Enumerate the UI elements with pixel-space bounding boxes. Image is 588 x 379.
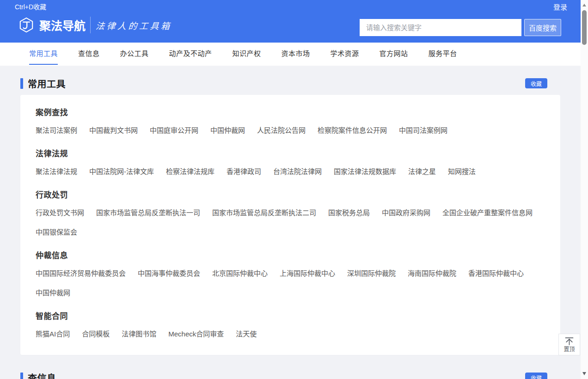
site-link[interactable]: 国家税务总局	[328, 209, 370, 217]
favorite-button[interactable]: 收藏	[525, 78, 547, 88]
site-link[interactable]: 中国裁判文书网	[89, 126, 138, 134]
brand: 聚法导航 法律人的工具箱	[18, 17, 172, 33]
group-links: 熊猫AI合同合同模板法律图书馆Mecheck合同审查法天使	[36, 330, 545, 337]
nav-item-2[interactable]: 查信息	[78, 43, 100, 66]
site-link[interactable]: 中国庭审公开网	[150, 126, 198, 134]
site-link[interactable]: 上海国际仲裁中心	[280, 269, 335, 277]
site-header: 聚法导航 法律人的工具箱 百度搜索	[0, 13, 581, 43]
group-title: 行政处罚	[36, 191, 545, 199]
site-link[interactable]: 知网搜法	[448, 168, 476, 175]
section-accent-bar	[20, 78, 23, 89]
site-link[interactable]: 中国仲裁网	[36, 289, 70, 297]
back-to-top-icon	[565, 337, 574, 345]
link-item: Mecheck合同审查	[168, 330, 224, 337]
link-item: 中国裁判文书网	[89, 127, 138, 134]
back-to-top-button[interactable]: 置顶	[558, 334, 580, 355]
nav-item-6[interactable]: 资本市场	[282, 43, 310, 66]
nav-item-1[interactable]: 常用工具	[29, 43, 58, 66]
link-item: 检察院案件信息公开网	[318, 127, 387, 134]
search-input[interactable]	[360, 19, 521, 36]
link-item: 深圳国际仲裁院	[347, 270, 396, 277]
nav-item-7[interactable]: 学术资源	[331, 43, 359, 66]
link-item: 上海国际仲裁中心	[280, 270, 335, 277]
site-link[interactable]: 法天使	[236, 330, 257, 338]
site-link[interactable]: 深圳国际仲裁院	[347, 269, 396, 277]
primary-nav: 常用工具查信息办公工具动产及不动产知识产权资本市场学术资源官方网站服务平台	[0, 43, 581, 66]
link-item: 中国海事仲裁委员会	[138, 270, 200, 277]
link-item: 聚法法律法规	[36, 168, 77, 175]
site-link[interactable]: 台湾法院法律网	[273, 168, 322, 175]
site-link[interactable]: 国家法律法规数据库	[334, 168, 396, 175]
link-item: 国家税务总局	[328, 209, 370, 216]
site-link[interactable]: 中国法院网-法律文库	[89, 168, 154, 175]
link-item: 中国政府采购网	[382, 209, 430, 216]
link-item: 熊猫AI合同	[36, 330, 70, 337]
site-link[interactable]: 中国国际经济贸易仲裁委员会	[36, 269, 126, 277]
sections-container: 常用工具收藏案例查找聚法司法案例中国裁判文书网中国庭审公开网中国仲裁网人民法院公…	[20, 77, 560, 379]
nav-item-4[interactable]: 动产及不动产	[169, 43, 212, 66]
bookmark-hint: Ctrl+D收藏	[15, 2, 46, 11]
baidu-search-button[interactable]: 百度搜索	[524, 19, 561, 36]
site-link[interactable]: 检察法律法规库	[166, 168, 214, 175]
scrollbar[interactable]	[581, 0, 588, 379]
back-to-top-label: 置顶	[564, 347, 575, 352]
site-link[interactable]: 中国银保监会	[36, 228, 77, 236]
link-group: 案例查找聚法司法案例中国裁判文书网中国庭审公开网中国仲裁网人民法院公告网检察院案…	[36, 109, 545, 134]
link-item: 检察法律法规库	[166, 168, 214, 175]
section-accent-bar	[20, 373, 23, 379]
nav-item-8[interactable]: 官方网站	[380, 43, 408, 66]
site-link[interactable]: 聚法司法案例	[36, 126, 77, 134]
brand-name: 聚法导航	[39, 17, 86, 33]
site-link[interactable]: 北京国际仲裁中心	[212, 269, 268, 277]
nav-item-5[interactable]: 知识产权	[233, 43, 261, 66]
link-item: 国家法律法规数据库	[334, 168, 396, 175]
site-link[interactable]: 法律之星	[408, 168, 436, 175]
link-item: 海南国际仲裁院	[408, 270, 456, 277]
section-card: 案例查找聚法司法案例中国裁判文书网中国庭审公开网中国仲裁网人民法院公告网检察院案…	[20, 95, 560, 355]
link-item: 聚法司法案例	[36, 127, 77, 134]
nav-item-9[interactable]: 服务平台	[429, 43, 457, 66]
site-link[interactable]: Mecheck合同审查	[168, 330, 224, 338]
scrollbar-thumb[interactable]	[582, 10, 587, 45]
site-link[interactable]: 人民法院公告网	[257, 126, 306, 134]
favorite-button[interactable]: 收藏	[525, 373, 547, 379]
site-link[interactable]: 全国企业破产重整案件信息网	[442, 209, 533, 217]
brand-tagline: 法律人的工具箱	[95, 19, 172, 31]
site-link[interactable]: 香港律政司	[227, 168, 261, 175]
brand-divider	[90, 17, 91, 33]
main-content: 常用工具收藏案例查找聚法司法案例中国裁判文书网中国庭审公开网中国仲裁网人民法院公…	[0, 77, 581, 379]
brand-logo-icon	[18, 17, 34, 33]
site-link[interactable]: 检察院案件信息公开网	[318, 126, 387, 134]
group-title: 案例查找	[36, 109, 545, 117]
site-link[interactable]: 中国海事仲裁委员会	[138, 269, 200, 277]
link-item: 香港律政司	[227, 168, 261, 175]
nav-item-3[interactable]: 办公工具	[120, 43, 149, 66]
link-item: 知网搜法	[448, 168, 476, 175]
group-title: 仲裁信息	[36, 252, 545, 260]
login-link[interactable]: 登录	[553, 2, 567, 12]
group-links: 行政处罚文书网国家市场监管总局反垄断执法一司国家市场监管总局反垄断执法二司国家税…	[36, 209, 545, 236]
scrollbar-up-arrow-icon[interactable]	[582, 4, 586, 6]
site-link[interactable]: 合同模板	[82, 330, 110, 338]
link-item: 国家市场监管总局反垄断执法二司	[212, 209, 316, 216]
site-link[interactable]: 海南国际仲裁院	[408, 269, 456, 277]
site-link[interactable]: 国家市场监管总局反垄断执法二司	[212, 209, 316, 217]
site-link[interactable]: 熊猫AI合同	[36, 330, 70, 338]
site-link[interactable]: 法律图书馆	[122, 330, 156, 338]
site-link[interactable]: 香港国际仲裁中心	[468, 269, 524, 277]
site-link[interactable]: 中国政府采购网	[382, 209, 430, 217]
site-link[interactable]: 中国仲裁网	[210, 126, 245, 134]
site-link[interactable]: 国家市场监管总局反垄断执法一司	[96, 209, 200, 217]
scrollbar-down-arrow-icon[interactable]	[582, 372, 586, 375]
link-group: 行政处罚行政处罚文书网国家市场监管总局反垄断执法一司国家市场监管总局反垄断执法二…	[36, 191, 545, 236]
search-bar: 百度搜索	[360, 19, 561, 36]
link-item: 人民法院公告网	[257, 127, 306, 134]
group-title: 智能合同	[36, 312, 545, 320]
link-item: 法律图书馆	[122, 330, 156, 337]
site-link[interactable]: 聚法法律法规	[36, 168, 77, 175]
group-links: 聚法司法案例中国裁判文书网中国庭审公开网中国仲裁网人民法院公告网检察院案件信息公…	[36, 127, 545, 134]
link-item: 合同模板	[82, 330, 110, 337]
site-link[interactable]: 中国司法案例网	[399, 126, 447, 134]
site-link[interactable]: 行政处罚文书网	[36, 209, 84, 217]
link-item: 行政处罚文书网	[36, 209, 84, 216]
